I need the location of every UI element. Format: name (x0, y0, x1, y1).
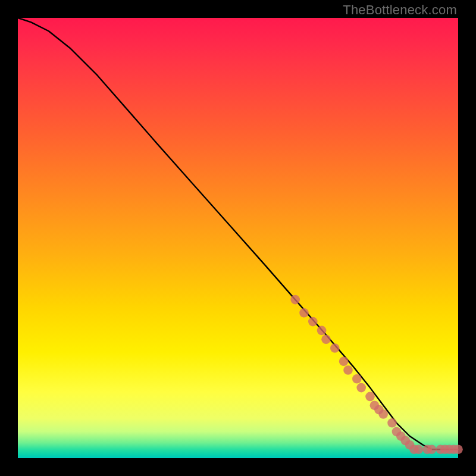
data-marker (317, 326, 327, 336)
data-marker (387, 418, 397, 428)
data-marker (339, 356, 349, 366)
chart-svg (18, 18, 458, 458)
marker-group (290, 295, 462, 454)
data-marker (414, 444, 424, 454)
data-marker (356, 383, 366, 393)
data-marker (299, 308, 309, 318)
data-marker (290, 295, 300, 305)
plot-area (18, 18, 458, 458)
data-marker (365, 392, 375, 402)
bottleneck-curve (18, 18, 458, 449)
chart-frame: TheBottleneck.com (0, 0, 476, 476)
watermark-text: TheBottleneck.com (343, 2, 457, 18)
data-marker (352, 374, 362, 384)
data-marker (330, 343, 340, 353)
data-marker (453, 444, 463, 454)
data-marker (427, 444, 437, 454)
data-marker (321, 334, 331, 344)
data-marker (308, 317, 318, 327)
data-marker (378, 409, 388, 419)
data-marker (343, 365, 353, 375)
